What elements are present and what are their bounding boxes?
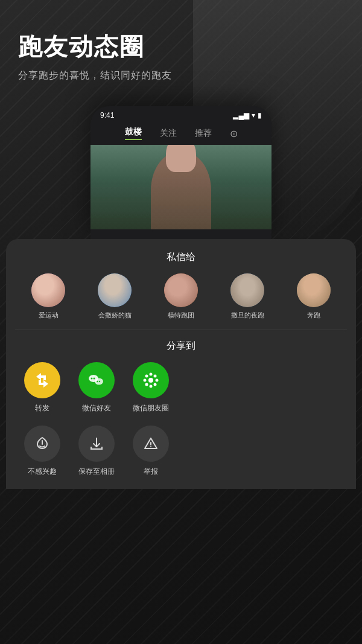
phone-content-image xyxy=(91,145,272,229)
wechat-icon-circle xyxy=(78,362,115,398)
report-icon xyxy=(143,436,159,451)
phone-status-bar: 9:41 ▂▄▆ ▾ ▮ xyxy=(91,106,272,122)
moments-label: 微信朋友圈 xyxy=(133,403,169,413)
save-label: 保存至相册 xyxy=(78,467,115,477)
retweet-icon xyxy=(33,371,52,390)
save-icon xyxy=(89,436,104,451)
svg-point-11 xyxy=(145,375,148,378)
action-item-dislike[interactable]: 不感兴趣 xyxy=(24,426,60,477)
section-divider xyxy=(15,330,347,330)
svg-point-2 xyxy=(94,378,95,380)
contact-avatar-2 xyxy=(98,273,132,307)
phone-nav-tabs: 鼓楼 关注 推荐 ⊙ xyxy=(91,122,272,145)
retweet-label: 转发 xyxy=(35,403,49,413)
phone-tab-gulou[interactable]: 鼓楼 xyxy=(125,127,142,140)
svg-point-9 xyxy=(144,379,147,382)
battery-icon: ▮ xyxy=(258,111,262,120)
share-title: 分享到 xyxy=(6,340,356,352)
contact-item[interactable]: 模特跑团 xyxy=(148,273,214,320)
contact-item[interactable]: 爱运动 xyxy=(15,273,81,320)
svg-point-6 xyxy=(148,378,153,383)
status-icons: ▂▄▆ ▾ ▮ xyxy=(233,111,262,120)
svg-point-15 xyxy=(150,446,151,447)
svg-point-1 xyxy=(91,378,93,380)
svg-point-5 xyxy=(99,381,100,382)
moments-icon xyxy=(141,371,160,390)
retweet-icon-circle xyxy=(24,362,60,398)
svg-point-8 xyxy=(150,385,153,388)
dislike-label: 不感兴趣 xyxy=(28,467,57,477)
contacts-row: 爱运动 会撒娇的猫 模特跑团 撒旦的夜跑 奔跑 xyxy=(6,273,356,330)
phone-tab-follow[interactable]: 关注 xyxy=(160,128,177,139)
contact-item[interactable]: 会撒娇的猫 xyxy=(81,273,148,320)
person-silhouette xyxy=(151,151,211,229)
svg-point-7 xyxy=(150,373,153,376)
contact-avatar-4 xyxy=(230,273,264,307)
share-row: 转发 微信好友 xyxy=(6,362,356,426)
wifi-icon: ▾ xyxy=(252,111,255,120)
share-item-retweet[interactable]: 转发 xyxy=(24,362,60,413)
report-label: 举报 xyxy=(144,467,158,477)
page-title: 跑友动态圈 xyxy=(18,30,344,63)
contact-item[interactable]: 奔跑 xyxy=(281,273,347,320)
contact-name-1: 爱运动 xyxy=(39,311,59,320)
private-message-title: 私信给 xyxy=(6,251,356,264)
page-subtitle: 分享跑步的喜悦，结识同好的跑友 xyxy=(18,69,344,82)
moments-icon-circle xyxy=(133,362,169,398)
header-section: 跑友动态圈 分享跑步的喜悦，结识同好的跑友 xyxy=(0,0,362,94)
action-item-report[interactable]: 举报 xyxy=(133,426,169,477)
bottom-sheet: 私信给 爱运动 会撒娇的猫 模特跑团 撒旦的夜跑 奔跑 分享到 xyxy=(6,239,356,489)
svg-point-10 xyxy=(156,379,159,382)
contact-name-5: 奔跑 xyxy=(307,311,320,320)
dislike-icon xyxy=(34,436,50,451)
contact-avatar-5 xyxy=(297,273,331,307)
phone-mockup: 9:41 ▂▄▆ ▾ ▮ 鼓楼 关注 推荐 ⊙ xyxy=(91,106,272,239)
action-row: 不感兴趣 保存至相册 举报 xyxy=(6,426,356,489)
svg-point-4 xyxy=(97,381,98,382)
wechat-label: 微信好友 xyxy=(82,403,111,413)
dislike-icon-circle xyxy=(24,426,60,462)
save-icon-circle xyxy=(78,426,115,462)
share-item-moments[interactable]: 微信朋友圈 xyxy=(133,362,169,413)
status-time: 9:41 xyxy=(100,111,114,120)
contact-item[interactable]: 撒旦的夜跑 xyxy=(214,273,281,320)
contact-name-2: 会撒娇的猫 xyxy=(98,311,132,320)
wechat-icon xyxy=(86,370,107,391)
contact-name-3: 模特跑团 xyxy=(168,311,194,320)
svg-point-14 xyxy=(145,383,148,386)
phone-tab-recommend[interactable]: 推荐 xyxy=(195,128,212,139)
share-item-wechat[interactable]: 微信好友 xyxy=(78,362,115,413)
camera-icon[interactable]: ⊙ xyxy=(230,128,238,139)
report-icon-circle xyxy=(133,426,169,462)
svg-point-12 xyxy=(154,383,157,386)
contact-avatar-3 xyxy=(164,273,198,307)
svg-point-13 xyxy=(154,375,157,378)
contact-name-4: 撒旦的夜跑 xyxy=(231,311,264,320)
contact-avatar-1 xyxy=(31,273,65,307)
action-item-save[interactable]: 保存至相册 xyxy=(78,426,115,477)
signal-icon: ▂▄▆ xyxy=(233,111,249,120)
